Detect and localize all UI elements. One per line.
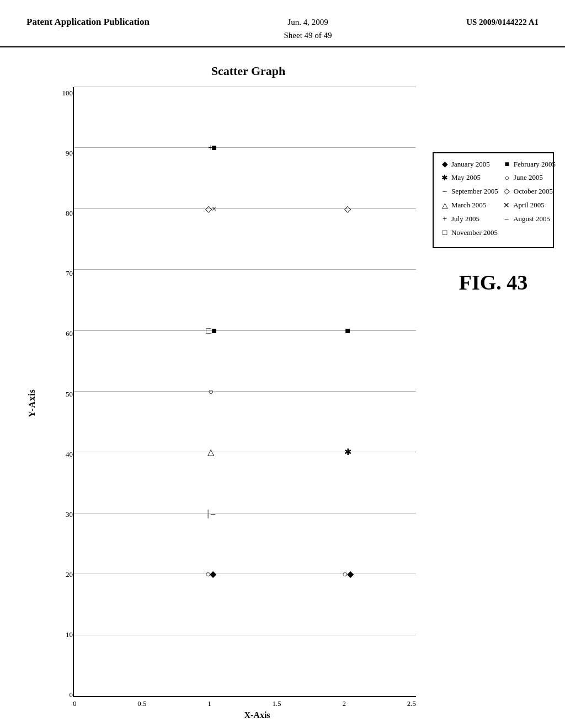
legend-symbol-aug: – [502, 213, 511, 224]
legend-label-jun: June 2005 [514, 173, 543, 183]
y-tick-30: 30 [66, 511, 73, 518]
grid-line-10 [74, 635, 416, 635]
data-point-3: × [211, 205, 216, 213]
legend-item-aug: – August 2005 [502, 213, 550, 224]
legend-symbol-feb: ■ [503, 159, 511, 170]
legend-item-jul: + July 2005 [440, 213, 498, 224]
legend-box: ◆ January 2005 ✱ May 2005 – September 20… [433, 152, 554, 248]
legend-label-may: May 2005 [451, 173, 481, 183]
legend-col-3: △ March 2005 + July 2005 □ November 2005 [440, 200, 498, 238]
x-tick-0: 0 [73, 699, 77, 708]
legend-symbol-jul: + [440, 213, 449, 224]
legend-item-sep: – September 2005 [440, 186, 498, 197]
legend-item-may: ✱ May 2005 [440, 173, 498, 184]
legend-symbol-nov: □ [440, 227, 449, 238]
legend-item-mar: △ March 2005 [440, 200, 498, 211]
data-point-12: ◇ [344, 205, 351, 213]
data-point-5: ■ [211, 326, 217, 335]
data-point-13: ■ [345, 326, 350, 335]
grid-line-80 [74, 208, 416, 209]
data-point-6: ○ [208, 387, 214, 396]
y-tick-80: 80 [66, 210, 73, 217]
data-point-2: ◇ [205, 205, 212, 213]
chart-plot-area: +■◇×□■○△|–○◆◇■✱○◆ [73, 87, 416, 697]
legend-col-4: ✕ April 2005 – August 2005 [502, 200, 550, 238]
data-point-11: ◆ [210, 570, 216, 579]
legend-symbol-jun: ○ [503, 173, 511, 184]
legend-item-feb: ■ February 2005 [503, 159, 556, 170]
patent-number: US 2009/0144222 A1 [466, 15, 539, 29]
y-tick-50: 50 [66, 390, 73, 398]
grid-line-50 [74, 391, 416, 392]
grid-line-90 [74, 147, 416, 148]
x-tick-05: 0.5 [137, 699, 146, 708]
legend-col-2: ■ February 2005 ○ June 2005 ◇ October 20… [503, 159, 556, 197]
legend-label-sep: September 2005 [451, 186, 498, 196]
data-point-1: ■ [211, 143, 217, 152]
legend-item-apr: ✕ April 2005 [502, 200, 550, 211]
main-content: Y-Axis Scatter Graph 0 10 20 30 40 50 60… [0, 47, 565, 728]
date-label: Jun. 4, 2009 Sheet 49 of 49 [284, 15, 332, 42]
legend-label-jul: July 2005 [451, 214, 479, 224]
data-point-4: □ [206, 326, 211, 335]
y-tick-60: 60 [66, 330, 73, 337]
legend-label-oct: October 2005 [514, 186, 553, 196]
legend-label-apr: April 2005 [513, 200, 545, 210]
x-tick-2: 2 [343, 699, 347, 708]
chart-with-yaxis: 0 10 20 30 40 50 60 70 80 90 100 +■◇×□■○… [47, 87, 416, 720]
legend-label-feb: February 2005 [514, 159, 556, 169]
data-point-7: △ [207, 448, 214, 457]
legend-item-nov: □ November 2005 [440, 227, 498, 238]
legend-symbol-oct: ◇ [503, 186, 511, 197]
legend-symbol-sep: – [440, 186, 449, 197]
y-tick-40: 40 [66, 451, 73, 458]
legend-item-jan: ◆ January 2005 [440, 159, 498, 170]
legend-item-oct: ◇ October 2005 [503, 186, 556, 197]
legend-label-aug: August 2005 [513, 214, 550, 224]
data-point-14: ✱ [344, 448, 351, 457]
y-tick-100: 100 [62, 89, 73, 97]
data-point-16: ◆ [347, 570, 354, 579]
fig-label: FIG. 43 [433, 270, 554, 295]
legend-symbol-may: ✱ [440, 173, 449, 184]
grid-line-40 [74, 452, 416, 452]
legend-label-mar: March 2005 [451, 200, 486, 210]
y-tick-90: 90 [66, 149, 73, 157]
y-tick-10: 10 [66, 631, 73, 638]
legend-label-jan: January 2005 [451, 159, 490, 169]
chart-area: Scatter Graph 0 10 20 30 40 50 60 70 80 … [47, 64, 416, 720]
y-tick-70: 70 [66, 270, 73, 277]
grid-line-30 [74, 513, 416, 513]
grid-line-70 [74, 269, 416, 270]
legend-col-1: ◆ January 2005 ✱ May 2005 – September 20… [440, 159, 498, 197]
x-axis-label: X-Axis [98, 710, 416, 720]
legend-symbol-mar: △ [440, 200, 449, 211]
legend-symbol-jan: ◆ [440, 159, 449, 170]
y-axis-label: Y-Axis [27, 389, 37, 417]
legend-row-1: ◆ January 2005 ✱ May 2005 – September 20… [440, 159, 546, 197]
legend-row-2: △ March 2005 + July 2005 □ November 2005… [440, 200, 546, 238]
legend-item-jun: ○ June 2005 [503, 173, 556, 184]
grid-line-100 [74, 87, 416, 87]
chart-title: Scatter Graph [81, 64, 416, 78]
x-tick-1: 1 [207, 699, 211, 708]
x-tick-15: 1.5 [273, 699, 281, 708]
data-point-9: – [211, 509, 215, 518]
x-tick-25: 2.5 [407, 699, 416, 708]
y-tick-20: 20 [66, 571, 73, 578]
data-point-8: | [207, 509, 209, 518]
publication-label: Patent Application Publication [26, 15, 150, 29]
grid-line-60 [74, 330, 416, 331]
right-panel: ◆ January 2005 ✱ May 2005 – September 20… [433, 64, 543, 720]
y-axis-ticks: 0 10 20 30 40 50 60 70 80 90 100 [47, 87, 73, 720]
y-axis-label-container: Y-Axis [22, 130, 42, 676]
grid-line-20 [74, 574, 416, 574]
x-axis-ticks: 0 0.5 1 1.5 2 2.5 [73, 699, 416, 708]
legend-label-nov: November 2005 [451, 228, 498, 238]
page-header: Patent Application Publication Jun. 4, 2… [0, 0, 565, 47]
legend-symbol-apr: ✕ [502, 200, 511, 211]
